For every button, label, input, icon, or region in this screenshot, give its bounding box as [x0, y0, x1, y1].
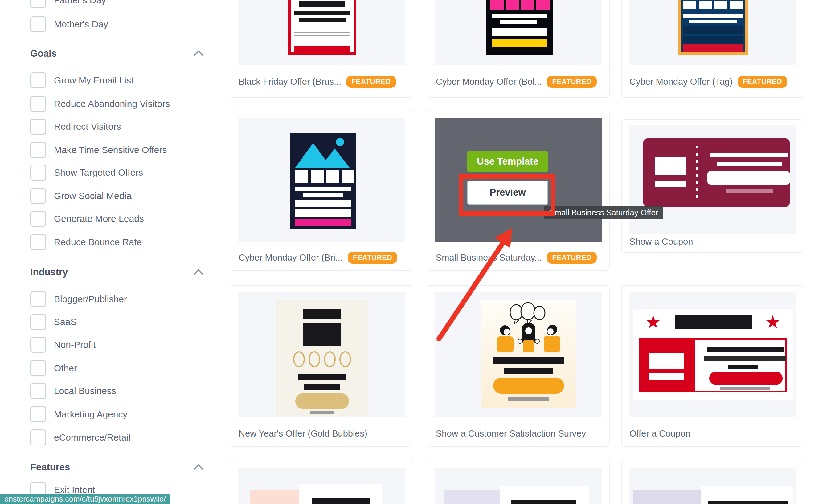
template-card-new-years-gold-bubbles[interactable]: New Year's Offer (Gold Bubbles) [231, 285, 412, 447]
template-thumbnail [238, 0, 405, 65]
filter-label: Redirect Visitors [54, 121, 121, 132]
star-icon: ★ [765, 313, 781, 331]
template-thumbnail [238, 118, 405, 241]
checkbox[interactable] [30, 165, 46, 180]
filter-label: Grow Social Media [54, 191, 132, 201]
template-thumbnail [238, 292, 405, 416]
checkbox[interactable] [30, 314, 46, 330]
status-url-bar: onstercampaigns.com/c/tu5jvxomnrex1pnswi… [0, 494, 170, 504]
filter-label: Local Business [54, 386, 116, 396]
template-title: Show a Customer Satisfaction Survey [436, 428, 586, 439]
template-thumbnail [435, 468, 602, 504]
filter-label: SaaS [54, 317, 77, 327]
filter-redirect-visitors[interactable]: Redirect Visitors [30, 119, 121, 135]
filter-grow-my-email-list[interactable]: Grow My Email List [30, 72, 134, 88]
template-thumbnail [435, 292, 602, 416]
template-name-tooltip: Small Business Saturday Offer [544, 206, 663, 219]
template-title: Show a Coupon [629, 237, 693, 247]
checkbox[interactable] [30, 406, 46, 422]
template-thumbnail [629, 468, 796, 504]
chevron-up-icon[interactable] [193, 269, 204, 279]
filter-other[interactable]: Other [30, 360, 77, 376]
template-title: Offer a Coupon [629, 428, 690, 439]
filter-label: Marketing Agency [54, 409, 127, 420]
checkbox[interactable] [30, 360, 46, 376]
section-header-goals[interactable]: Goals [30, 48, 202, 59]
filter-label: Reduce Abandoning Visitors [54, 98, 170, 109]
template-thumbnail: ★ ★ [629, 292, 796, 416]
template-card-black-friday-offer[interactable]: Black Friday Offer (Brus... FEATURED [231, 0, 412, 98]
template-card-partial[interactable] [428, 461, 610, 504]
checkbox[interactable] [30, 383, 46, 399]
template-thumbnail [435, 0, 602, 65]
template-card-cyber-monday-tag[interactable]: Cyber Monday Offer (Tag) FEATURED [622, 0, 803, 98]
filter-show-targeted-offers[interactable]: Show Targeted Offers [30, 165, 143, 180]
featured-badge: FEATURED [348, 252, 398, 264]
use-template-button[interactable]: Use Template [467, 151, 548, 172]
checkbox[interactable] [30, 234, 46, 250]
checkbox[interactable] [30, 142, 46, 158]
checkbox[interactable] [30, 119, 46, 135]
section-header-industry[interactable]: Industry [30, 267, 202, 278]
annotation-highlight-box [459, 174, 555, 216]
template-card-customer-satisfaction-survey[interactable]: Show a Customer Satisfaction Survey [428, 285, 610, 447]
filter-mothers-day[interactable]: Mother's Day [30, 16, 108, 32]
template-card-cyber-monday-bold[interactable]: Cyber Monday Offer (Bol... FEATURED [428, 0, 610, 98]
template-card-show-a-coupon[interactable]: Show a Coupon [622, 119, 803, 253]
template-card-partial[interactable] [622, 461, 803, 504]
filter-generate-more-leads[interactable]: Generate More Leads [30, 211, 144, 227]
section-title: Features [30, 462, 70, 473]
template-card-offer-a-coupon[interactable]: ★ ★ Offer a Coupon [622, 285, 803, 447]
filter-label: Show Targeted Offers [54, 167, 143, 178]
checkbox[interactable] [30, 211, 46, 227]
filter-fathers-day[interactable]: Father's Day [30, 0, 106, 8]
filter-ecommerce-retail[interactable]: eCommerce/Retail [30, 429, 131, 445]
filter-reduce-abandoning-visitors[interactable]: Reduce Abandoning Visitors [30, 96, 170, 112]
star-icon: ★ [645, 313, 661, 331]
people-talking-illustration [481, 302, 576, 354]
filter-saas[interactable]: SaaS [30, 314, 77, 330]
template-title: New Year's Offer (Gold Bubbles) [238, 428, 367, 439]
checkbox[interactable] [30, 429, 46, 445]
filter-non-profit[interactable]: Non-Profit [30, 337, 95, 353]
chevron-up-icon[interactable] [193, 50, 204, 61]
template-thumbnail [629, 0, 796, 65]
checkbox[interactable] [30, 16, 46, 32]
filter-label: Generate More Leads [54, 213, 144, 224]
checkbox[interactable] [30, 0, 46, 8]
template-title: Cyber Monday Offer (Bol... [436, 77, 542, 87]
template-card-cyber-monday-bright[interactable]: Cyber Monday Offer (Bri... FEATURED [231, 110, 412, 271]
featured-badge: FEATURED [346, 76, 396, 88]
template-title: Cyber Monday Offer (Tag) [629, 77, 733, 87]
filter-label: Other [54, 363, 77, 374]
filter-marketing-agency[interactable]: Marketing Agency [30, 406, 127, 422]
filter-label: Father's Day [54, 0, 106, 5]
chevron-up-icon[interactable] [193, 464, 204, 474]
section-title: Industry [30, 267, 68, 278]
template-thumbnail [238, 468, 405, 504]
section-title: Goals [30, 48, 57, 59]
filter-label: Mother's Day [54, 19, 108, 30]
featured-badge: FEATURED [547, 76, 597, 88]
checkbox[interactable] [30, 96, 46, 112]
checkbox[interactable] [30, 337, 46, 353]
filter-label: Exit Intent [54, 484, 95, 495]
filter-blogger-publisher[interactable]: Blogger/Publisher [30, 291, 127, 307]
checkbox[interactable] [30, 72, 46, 88]
checkbox[interactable] [30, 188, 46, 204]
filter-local-business[interactable]: Local Business [30, 383, 116, 399]
filter-label: Blogger/Publisher [54, 294, 127, 304]
section-header-features[interactable]: Features [30, 462, 202, 473]
filter-label: eCommerce/Retail [54, 432, 131, 443]
filter-label: Non-Profit [54, 339, 95, 350]
featured-badge: FEATURED [547, 252, 597, 264]
filter-reduce-bounce-rate[interactable]: Reduce Bounce Rate [30, 234, 142, 250]
featured-badge: FEATURED [738, 76, 787, 88]
filter-grow-social-media[interactable]: Grow Social Media [30, 188, 132, 204]
checkbox[interactable] [30, 291, 46, 307]
template-card-partial[interactable] [231, 461, 412, 504]
filter-make-time-sensitive-offers[interactable]: Make Time Sensitive Offers [30, 142, 167, 158]
template-title: Cyber Monday Offer (Bri... [238, 253, 343, 263]
filter-label: Reduce Bounce Rate [54, 237, 142, 247]
filter-label: Make Time Sensitive Offers [54, 145, 167, 155]
